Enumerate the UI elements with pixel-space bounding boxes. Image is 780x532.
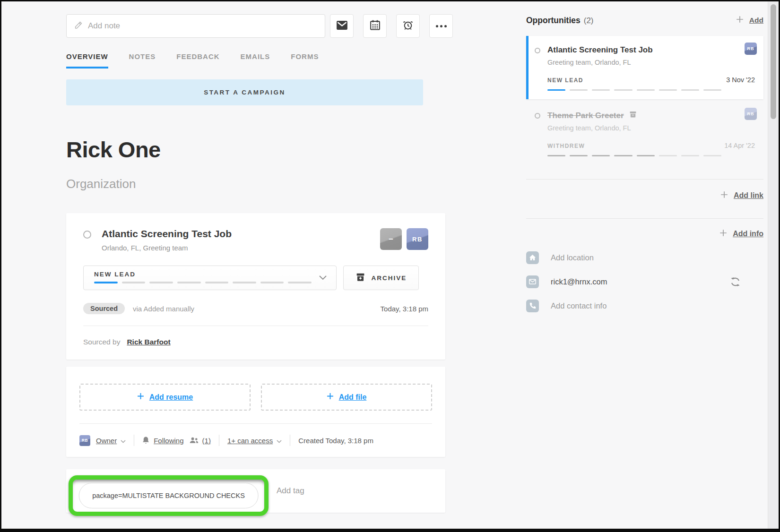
following-toggle[interactable]: Following (154, 437, 183, 445)
alarm-clock-icon (403, 20, 413, 32)
tab-feedback[interactable]: FEEDBACK (176, 52, 219, 69)
archive-label: ARCHIVE (372, 275, 407, 282)
opportunity-list-item[interactable]: Atlantic Screening Test Job RB Greeting … (526, 36, 763, 99)
email-row[interactable]: rick1@hrnx.com (526, 275, 763, 288)
app-frame: OVERVIEW NOTES FEEDBACK EMAILS FORMS STA… (0, 0, 780, 532)
email-icon (526, 275, 539, 288)
add-resume-button[interactable]: Add resume (79, 384, 251, 411)
divider (83, 326, 428, 326)
sourced-by-link[interactable]: Rick Barfoot (127, 338, 170, 346)
origin-timestamp: Today, 3:18 pm (381, 305, 428, 313)
envelope-icon (337, 21, 347, 32)
divider (290, 435, 290, 446)
owner-dropdown[interactable]: Owner (96, 437, 117, 445)
add-note-input[interactable] (88, 21, 317, 31)
tags-card: package=MULTISTATE BACKGROUND CHECKS Add… (66, 469, 445, 513)
add-location-label: Add location (551, 253, 594, 262)
archive-button[interactable]: ARCHIVE (343, 266, 419, 290)
opportunity-status-circle (535, 113, 540, 119)
opportunity-item-stage: WITHDREW (547, 143, 585, 149)
plus-icon (137, 393, 144, 402)
stage-progress-bar (547, 89, 721, 91)
add-file-button[interactable]: Add file (261, 384, 432, 411)
opportunity-status-circle[interactable] (83, 231, 91, 239)
opportunity-status-circle (535, 48, 540, 53)
chevron-down-icon (121, 437, 126, 445)
opportunity-item-title: Theme Park Greeter (547, 111, 624, 120)
opportunity-item-team: Greeting team, Orlando, FL (547, 124, 757, 132)
access-dropdown[interactable]: 1+ can access (227, 437, 273, 445)
origin-via-label: via Added manually (133, 305, 194, 313)
email-button[interactable] (330, 14, 354, 38)
divider (134, 435, 134, 446)
tab-emails[interactable]: EMAILS (241, 52, 270, 69)
home-icon (526, 251, 539, 264)
owner-mini-avatar: RB (745, 43, 757, 55)
email-value: rick1@hrnx.com (551, 277, 607, 286)
owner-avatar[interactable]: RB (407, 228, 428, 250)
stage-select[interactable]: NEW LEAD (83, 266, 337, 290)
ownership-row: RB Owner Following (1) 1+ can access (79, 423, 432, 457)
opportunities-header: Opportunities (526, 16, 581, 26)
followers-icon (190, 437, 199, 444)
add-link-label: Add link (734, 191, 763, 200)
profile-type-label: Organization (66, 177, 501, 191)
start-campaign-button[interactable]: START A CAMPAIGN (66, 79, 423, 105)
plus-icon (327, 393, 334, 402)
opportunity-detail-card: Atlantic Screening Test Job Orlando, FL,… (66, 213, 445, 360)
sourced-by-label: Sourced by (83, 338, 120, 346)
tag-chip[interactable]: package=MULTISTATE BACKGROUND CHECKS (78, 483, 259, 508)
add-resume-label: Add resume (149, 393, 193, 402)
calendar-button[interactable] (363, 14, 387, 38)
tab-notes[interactable]: NOTES (129, 52, 156, 69)
tab-overview[interactable]: OVERVIEW (66, 52, 108, 69)
plus-icon (736, 16, 744, 25)
reminder-button[interactable] (396, 14, 420, 38)
divider (526, 218, 763, 219)
ellipsis-icon (436, 25, 447, 27)
add-opportunity-button[interactable]: Add (736, 16, 763, 25)
opportunity-item-date: 3 Nov '22 (726, 76, 755, 84)
add-info-button[interactable]: Add info (526, 229, 763, 239)
chevron-down-icon (319, 274, 327, 282)
plus-icon (719, 229, 727, 239)
opportunities-count: (2) (584, 16, 594, 26)
stage-progress-bar (94, 282, 312, 283)
owner-mini-avatar: RB (745, 108, 757, 120)
divider (526, 179, 763, 180)
calendar-icon (370, 20, 380, 32)
followers-count[interactable]: (1) (202, 437, 211, 445)
sidebar: Opportunities (2) Add Atlantic Screening… (501, 1, 779, 529)
add-location-row[interactable]: Add location (526, 251, 763, 264)
add-file-label: Add file (339, 393, 367, 402)
scrollbar-thumb[interactable] (771, 4, 776, 119)
contact-info-list: Add location rick1@hrnx.com (526, 251, 763, 312)
main-column: OVERVIEW NOTES FEEDBACK EMAILS FORMS STA… (1, 1, 501, 529)
archive-icon (355, 272, 365, 283)
more-actions-button[interactable] (429, 14, 453, 38)
sync-icon[interactable] (730, 276, 741, 287)
page-title: Rick One (66, 137, 501, 163)
scrollbar-track[interactable] (768, 1, 779, 529)
opportunity-item-date: 14 Apr '22 (724, 142, 755, 149)
owner-mini-avatar[interactable]: RB (79, 435, 90, 446)
stage-label: NEW LEAD (94, 271, 312, 278)
unassigned-badge[interactable]: – (380, 228, 402, 250)
profile-tabs: OVERVIEW NOTES FEEDBACK EMAILS FORMS (66, 52, 501, 69)
composer-toolbar (66, 14, 453, 38)
divider (219, 435, 219, 446)
opportunity-item-title: Atlantic Screening Test Job (547, 45, 653, 55)
opportunity-title[interactable]: Atlantic Screening Test Job (102, 228, 232, 240)
sourced-badge: Sourced (83, 303, 125, 314)
add-contact-info-row[interactable]: Add contact info (526, 299, 763, 312)
add-tag-button[interactable]: Add tag (277, 486, 304, 496)
opportunity-list-item[interactable]: Theme Park Greeter RB Greeting team, Orl… (526, 101, 763, 165)
tab-forms[interactable]: FORMS (291, 52, 319, 69)
created-timestamp: Created Today, 3:18 pm (298, 437, 373, 445)
add-link-button[interactable]: Add link (526, 191, 763, 200)
opportunity-item-stage: NEW LEAD (547, 77, 583, 84)
green-highlight-annotation: package=MULTISTATE BACKGROUND CHECKS (69, 475, 269, 516)
phone-icon (526, 300, 539, 312)
pencil-icon (74, 21, 83, 32)
add-note-field[interactable] (66, 14, 325, 38)
